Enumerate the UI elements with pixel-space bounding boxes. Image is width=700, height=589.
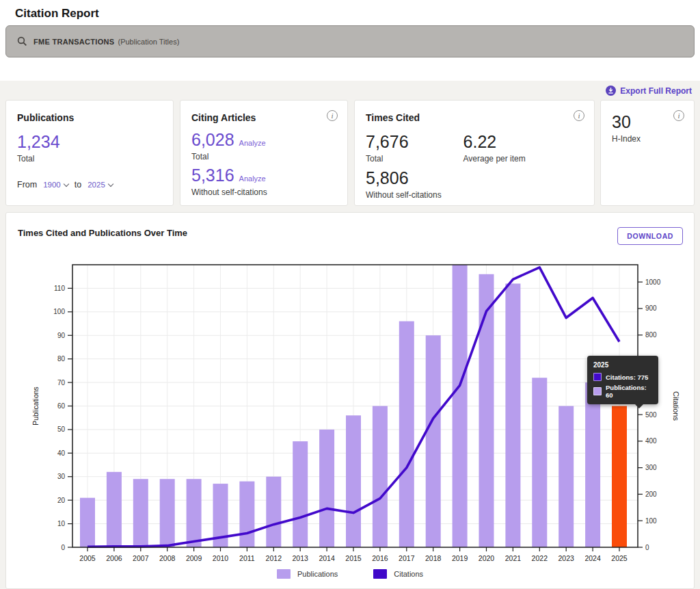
chevron-down-icon: [64, 181, 69, 186]
svg-text:200: 200: [645, 490, 657, 498]
info-icon[interactable]: [673, 110, 684, 121]
citing-total-label: Total: [191, 152, 336, 161]
export-label: Export Full Report: [620, 86, 692, 96]
tooltip-arrow: [635, 404, 643, 408]
bar-2024[interactable]: [585, 382, 600, 547]
export-icon: [606, 86, 616, 96]
svg-text:50: 50: [57, 426, 66, 433]
right-axis-label: Citations: [672, 391, 680, 421]
search-scope: (Publication Titles): [118, 38, 179, 46]
bar-2017[interactable]: [399, 322, 414, 547]
svg-text:2016: 2016: [372, 554, 388, 562]
times-cited-average-label: Average per item: [463, 154, 526, 163]
times-cited-title: Times Cited: [366, 112, 583, 123]
page-title: Citation Report: [15, 7, 99, 21]
svg-text:2022: 2022: [532, 554, 548, 562]
bar-2020[interactable]: [479, 274, 494, 547]
svg-text:40: 40: [57, 449, 66, 457]
from-label: From: [17, 180, 37, 189]
to-year-select[interactable]: 2025: [88, 181, 113, 189]
bar-2013[interactable]: [293, 441, 308, 547]
svg-text:10: 10: [57, 520, 66, 527]
citing-articles-title: Citing Articles: [191, 112, 336, 123]
svg-text:2017: 2017: [399, 554, 415, 562]
chart-legend: Publications Citations: [6, 569, 694, 579]
citations-swatch: [373, 569, 387, 579]
citing-articles-total: 6,028: [191, 130, 234, 150]
legend-publications[interactable]: Publications: [277, 569, 338, 579]
svg-text:2012: 2012: [266, 554, 282, 562]
svg-text:2013: 2013: [293, 554, 309, 562]
svg-text:2005: 2005: [79, 554, 96, 562]
svg-text:30: 30: [57, 473, 66, 480]
bar-2025[interactable]: [612, 406, 627, 548]
chart-card: Times Cited and Publications Over Time D…: [5, 212, 695, 589]
svg-text:400: 400: [645, 437, 657, 445]
bar-2008[interactable]: [160, 479, 175, 547]
analyze-link[interactable]: Analyze: [239, 139, 266, 147]
tooltip-citations-swatch: [593, 373, 602, 381]
bar-2023[interactable]: [558, 406, 574, 548]
svg-text:110: 110: [54, 285, 65, 292]
publications-total: 1,234: [17, 132, 162, 152]
publications-swatch: [277, 569, 291, 579]
svg-text:2021: 2021: [505, 554, 522, 562]
bar-2006[interactable]: [107, 472, 122, 547]
svg-text:2015: 2015: [345, 554, 362, 562]
times-cited-card: Times Cited 7,676 Total 6.22 Average per…: [354, 100, 595, 206]
bar-2015[interactable]: [346, 415, 361, 547]
times-cited-total: 7,676: [366, 132, 409, 152]
svg-text:2014: 2014: [319, 554, 335, 562]
svg-text:100: 100: [645, 517, 657, 525]
citing-articles-card: Citing Articles 6,028 Analyze Total 5,31…: [180, 100, 348, 206]
bar-2011[interactable]: [239, 482, 254, 547]
h-index-label: H-Index: [612, 134, 683, 144]
svg-text:800: 800: [645, 331, 657, 339]
analyze-link[interactable]: Analyze: [239, 174, 266, 183]
svg-text:70: 70: [57, 379, 66, 387]
h-index-card: 30 H-Index: [600, 100, 695, 206]
svg-text:20: 20: [57, 497, 66, 504]
svg-text:60: 60: [57, 402, 66, 410]
svg-text:500: 500: [645, 411, 657, 419]
bar-2022[interactable]: [532, 378, 547, 547]
info-icon[interactable]: [327, 110, 338, 121]
bar-2018[interactable]: [426, 335, 441, 547]
svg-text:2020: 2020: [479, 554, 495, 562]
bar-2012[interactable]: [266, 477, 281, 547]
export-full-report-link[interactable]: Export Full Report: [606, 86, 692, 96]
svg-text:900: 900: [645, 304, 657, 312]
citing-without-self: 5,316: [191, 166, 234, 185]
bar-2019[interactable]: [453, 265, 468, 547]
svg-text:80: 80: [57, 355, 66, 363]
times-cited-average: 6.22: [463, 132, 526, 152]
bar-2016[interactable]: [373, 406, 388, 548]
svg-text:2023: 2023: [558, 554, 575, 562]
from-year-select[interactable]: 1900: [43, 181, 68, 189]
search-bar[interactable]: FME TRANSACTIONS (Publication Titles): [5, 25, 695, 57]
bar-2005[interactable]: [80, 498, 95, 547]
svg-text:2008: 2008: [159, 554, 176, 562]
tooltip-publications-swatch: [593, 387, 602, 395]
legend-citations[interactable]: Citations: [373, 569, 423, 579]
search-icon: [17, 36, 27, 47]
bar-2014[interactable]: [319, 430, 334, 547]
info-icon[interactable]: [574, 110, 584, 121]
times-cited-without-self-label: Without self-citations: [366, 190, 583, 200]
to-label: to: [75, 180, 81, 189]
h-index-value: 30: [612, 112, 683, 132]
times-cited-without-self: 5,806: [366, 168, 583, 188]
svg-text:2018: 2018: [425, 554, 442, 562]
citation-report-page: Citation Report FME TRANSACTIONS (Public…: [0, 0, 700, 589]
svg-text:2007: 2007: [133, 554, 149, 562]
tooltip-publications-value: Publications: 60: [606, 384, 653, 399]
svg-text:2009: 2009: [186, 554, 202, 562]
publications-total-label: Total: [17, 154, 162, 163]
svg-text:100: 100: [53, 308, 65, 315]
tooltip-year: 2025: [593, 361, 653, 369]
bar-2009[interactable]: [187, 479, 202, 547]
bar-2021[interactable]: [505, 284, 520, 547]
publications-card: Publications 1,234 Total From 1900 to 20…: [5, 100, 174, 206]
bar-2007[interactable]: [133, 479, 148, 547]
chart-tooltip: 2025 Citations: 775 Publications: 60: [587, 356, 658, 404]
